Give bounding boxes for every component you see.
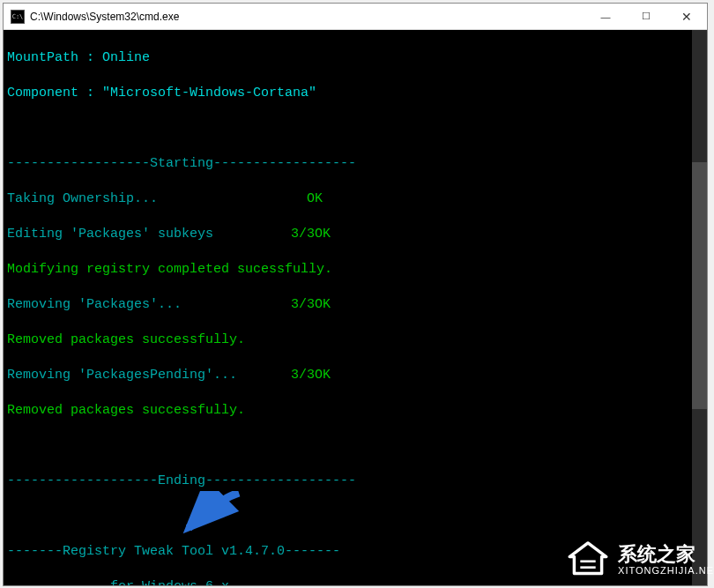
component-value: "Microsoft-Windows-Cortana" (102, 85, 316, 102)
window-controls: — ☐ ✕ (585, 4, 707, 30)
window-title: C:\Windows\System32\cmd.exe (30, 11, 585, 23)
maximize-button[interactable]: ☐ (626, 4, 666, 30)
close-button[interactable]: ✕ (666, 4, 707, 30)
msg-removed-ok: Removed packages successfully. (7, 331, 245, 349)
status-count: 3/3OK (291, 367, 331, 384)
rule-starting: ------------------Starting--------------… (7, 155, 356, 173)
title-bar[interactable]: C:\ C:\Windows\System32\cmd.exe — ☐ ✕ (4, 4, 707, 30)
msg-removed-ok: Removed packages successfully. (7, 402, 245, 420)
mountpath-value: Online (102, 49, 150, 67)
status-ok: OK (307, 190, 323, 208)
status-count: 3/3OK (291, 226, 331, 243)
cmd-window: C:\ C:\Windows\System32\cmd.exe — ☐ ✕ Mo… (3, 3, 708, 586)
component-label: Component (7, 85, 78, 102)
rule-ending: -------------------Ending---------------… (7, 473, 356, 490)
step-take-ownership: Taking Ownership... (7, 190, 307, 208)
mountpath-label: MountPath (7, 49, 78, 67)
status-count: 3/3OK (291, 296, 331, 314)
minimize-button[interactable]: — (585, 4, 626, 30)
scrollbar-thumb[interactable] (692, 162, 707, 409)
terminal-output[interactable]: MountPath : Online Component : "Microsof… (4, 30, 707, 585)
step-remove-pending: Removing 'PackagesPending'... (7, 367, 291, 384)
msg-registry-done: Modifying registry completed sucessfully… (7, 261, 332, 279)
credits-line: -------------for Windows 6.x------------… (7, 578, 332, 585)
credits-line: -------Registry Tweak Tool v1.4.7.0-----… (7, 543, 340, 561)
cmd-icon: C:\ (11, 10, 25, 24)
scrollbar-vertical[interactable] (692, 30, 707, 585)
step-edit-packages: Editing 'Packages' subkeys (7, 226, 291, 243)
step-remove-packages: Removing 'Packages'... (7, 296, 291, 314)
